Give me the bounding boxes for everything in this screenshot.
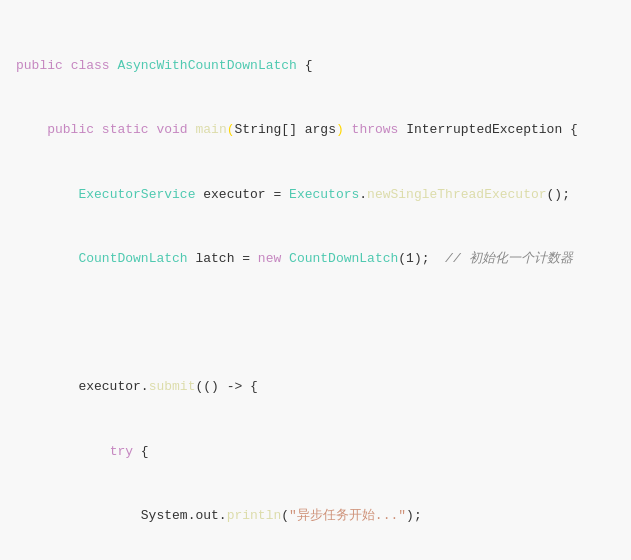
line-2: public static void main(String[] args) t… [16,119,615,140]
line-6: executor.submit(() -> { [16,376,615,397]
code-block: public class AsyncWithCountDownLatch { p… [16,12,615,560]
line-8: System.out.println("异步任务开始..."); [16,505,615,526]
line-5 [16,312,615,333]
code-container: public class AsyncWithCountDownLatch { p… [0,0,631,560]
line-3: ExecutorService executor = Executors.new… [16,184,615,205]
line-4: CountDownLatch latch = new CountDownLatc… [16,248,615,269]
line-1: public class AsyncWithCountDownLatch { [16,55,615,76]
line-7: try { [16,441,615,462]
